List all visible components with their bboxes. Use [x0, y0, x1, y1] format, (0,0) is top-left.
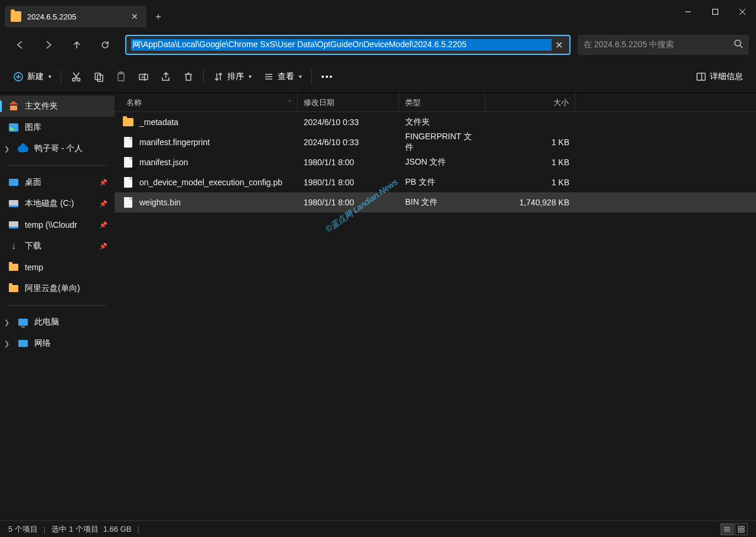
sidebar-onedrive[interactable]: ❯ 鸭子哥 - 个人: [0, 138, 115, 159]
file-row[interactable]: on_device_model_execution_config.pb1980/…: [115, 172, 756, 192]
file-date: 2024/6/10 0:33: [298, 137, 399, 147]
refresh-button[interactable]: [92, 33, 118, 57]
tab-title: 2024.6.5.2205: [27, 12, 124, 21]
clear-address-icon[interactable]: ✕: [552, 40, 566, 51]
titlebar: 2024.6.5.2205 ✕ ＋: [0, 0, 756, 30]
status-selected: 选中 1 个项目: [51, 524, 98, 535]
minimize-button[interactable]: [674, 0, 702, 24]
plus-circle-icon: [13, 71, 24, 82]
cut-button[interactable]: [65, 66, 87, 87]
file-date: 2024/6/10 0:33: [298, 117, 399, 127]
sort-icon: [213, 71, 224, 82]
disk-icon: [8, 198, 19, 209]
file-date: 1980/1/1 8:00: [298, 158, 399, 167]
status-size: 1.66 GB: [103, 525, 132, 533]
share-icon: [161, 71, 171, 82]
folder-icon: [8, 262, 19, 273]
chevron-down-icon: ▾: [249, 73, 252, 80]
chevron-down-icon: ▾: [48, 73, 51, 80]
file-name: on_device_model_execution_config.pb: [139, 178, 282, 187]
view-mode-buttons: [721, 523, 748, 535]
network-icon: [18, 338, 28, 349]
folder-icon: [8, 283, 19, 294]
file-row[interactable]: manifest.fingerprint2024/6/10 0:33FINGER…: [115, 132, 756, 152]
svg-line-5: [740, 45, 742, 48]
desktop-icon: [8, 177, 19, 188]
file-date: 1980/1/1 8:00: [298, 178, 399, 187]
rename-icon: A: [138, 71, 149, 82]
column-size[interactable]: 大小: [485, 93, 575, 112]
icons-view-button[interactable]: [735, 523, 748, 535]
chevron-right-icon: ❯: [1, 145, 12, 153]
search-icon: [734, 39, 743, 51]
sidebar-gallery[interactable]: 图库: [0, 117, 115, 138]
address-bar[interactable]: 网\AppData\Local\Google\Chrome SxS\User D…: [125, 35, 571, 55]
svg-point-9: [73, 78, 76, 81]
sidebar-localdisk[interactable]: 本地磁盘 (C:) 📌: [0, 193, 115, 214]
more-button[interactable]: •••: [315, 66, 340, 87]
details-pane-icon: [696, 71, 706, 82]
file-type: JSON 文件: [399, 157, 485, 168]
up-button[interactable]: [64, 33, 90, 57]
column-date[interactable]: 修改日期: [298, 93, 399, 112]
share-button[interactable]: [155, 66, 177, 87]
file-row[interactable]: weights.bin1980/1/1 8:00BIN 文件1,740,928 …: [115, 192, 756, 212]
pc-icon: [18, 317, 28, 328]
file-row[interactable]: manifest.json1980/1/1 8:00JSON 文件1 KB: [115, 152, 756, 172]
tab[interactable]: 2024.6.5.2205 ✕: [5, 6, 146, 27]
paste-icon: [116, 71, 126, 82]
folder-icon: [11, 11, 21, 22]
file-name: _metadata: [139, 117, 178, 127]
pin-icon: 📌: [99, 200, 107, 208]
sidebar-downloads[interactable]: ↓ 下载 📌: [0, 235, 115, 257]
file-icon: [123, 197, 133, 208]
column-type[interactable]: 类型: [399, 93, 485, 112]
file-size: 1 KB: [485, 178, 575, 187]
close-tab-icon[interactable]: ✕: [130, 12, 139, 21]
svg-rect-15: [118, 73, 124, 81]
file-rows: _metadata2024/6/10 0:33文件夹manifest.finge…: [115, 112, 756, 520]
view-icon: [263, 71, 274, 82]
close-window-button[interactable]: [729, 0, 756, 24]
trash-icon: [183, 71, 194, 82]
sidebar-desktop[interactable]: 桌面 📌: [0, 172, 115, 193]
details-button[interactable]: 详细信息: [690, 66, 749, 87]
gallery-icon: [8, 122, 19, 133]
forward-button[interactable]: [35, 33, 61, 57]
copy-icon: [93, 71, 104, 82]
view-button[interactable]: 查看 ▾: [258, 66, 308, 87]
file-date: 1980/1/1 8:00: [298, 198, 399, 207]
search-box[interactable]: 在 2024.6.5.2205 中搜索: [578, 35, 749, 55]
new-button[interactable]: 新建 ▾: [7, 66, 57, 87]
file-icon: [123, 177, 133, 188]
chevron-right-icon: ❯: [1, 319, 12, 326]
cloud-icon: [18, 143, 28, 154]
rename-button[interactable]: A: [132, 66, 155, 87]
svg-rect-30: [738, 530, 741, 532]
svg-point-4: [735, 40, 741, 46]
sidebar-temp[interactable]: temp: [0, 257, 115, 278]
maximize-button[interactable]: [702, 0, 729, 24]
back-button[interactable]: [7, 33, 33, 57]
sidebar-home[interactable]: 主文件夹: [0, 96, 115, 117]
copy-button[interactable]: [87, 66, 110, 87]
delete-button[interactable]: [177, 66, 200, 87]
divider: [8, 305, 106, 306]
sidebar-aliyun[interactable]: 阿里云盘(单向): [0, 278, 115, 299]
column-name[interactable]: 名称 ˄: [115, 93, 298, 112]
sidebar-temp-cloud[interactable]: temp (\\Cloudr 📌: [0, 214, 115, 235]
paste-button[interactable]: [110, 66, 132, 87]
sort-button[interactable]: 排序 ▾: [207, 66, 258, 87]
sidebar-thispc[interactable]: ❯ 此电脑: [0, 312, 115, 333]
sidebar-network[interactable]: ❯ 网络: [0, 333, 115, 354]
new-tab-button[interactable]: ＋: [146, 6, 170, 27]
file-name: manifest.fingerprint: [139, 137, 210, 147]
file-row[interactable]: _metadata2024/6/10 0:33文件夹: [115, 112, 756, 132]
file-type: PB 文件: [399, 177, 485, 188]
file-icon: [123, 157, 133, 168]
details-view-button[interactable]: [721, 523, 734, 535]
svg-rect-28: [738, 526, 741, 529]
file-size: 1 KB: [485, 158, 575, 167]
svg-rect-23: [697, 73, 705, 80]
svg-rect-31: [742, 530, 744, 532]
